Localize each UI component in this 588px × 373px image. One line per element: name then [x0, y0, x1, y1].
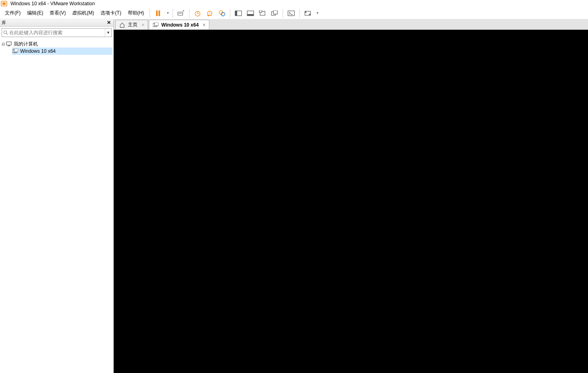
svg-point-9 [208, 11, 212, 15]
chevron-down-icon: ▼ [316, 11, 319, 15]
snapshot-controls [192, 8, 227, 19]
menu-file[interactable]: 文件(F) [2, 8, 24, 18]
svg-point-26 [4, 31, 7, 34]
library-sidebar: 库 ✕ ▼ ⊟ 我的计算机 [0, 19, 114, 373]
chevron-down-icon: ▼ [166, 11, 169, 15]
library-search[interactable]: ▼ [2, 28, 112, 37]
tree-collapse-toggle[interactable]: ⊟ [1, 42, 6, 46]
svg-rect-34 [154, 23, 158, 26]
clock-icon [194, 10, 201, 17]
svg-rect-2 [156, 10, 158, 16]
svg-rect-4 [178, 12, 183, 15]
tab-vm-close[interactable]: × [203, 22, 206, 28]
snapshot-take-button[interactable] [192, 8, 203, 19]
search-icon [2, 30, 9, 35]
computer-icon [6, 41, 12, 47]
svg-rect-32 [14, 49, 18, 52]
app-icon [1, 0, 7, 7]
svg-rect-20 [259, 10, 262, 12]
toolbar-separator [189, 9, 190, 18]
vm-icon [12, 48, 19, 54]
tree-children: Windows 10 x64 [12, 48, 113, 55]
show-thumbnail-bar-button[interactable] [245, 8, 256, 19]
toolbar-separator [283, 9, 283, 18]
tree-item-label: Windows 10 x64 [20, 48, 56, 54]
tree-item-windows10x64[interactable]: Windows 10 x64 [12, 48, 113, 55]
fullscreen-multi-button[interactable] [269, 8, 280, 19]
svg-point-14 [221, 12, 225, 16]
tab-vm-windows10x64[interactable]: Windows 10 x64 × [149, 20, 209, 29]
single-window-icon [259, 10, 266, 16]
tab-vm-label: Windows 10 x64 [161, 22, 199, 28]
svg-line-27 [6, 33, 8, 35]
layout-controls [233, 8, 280, 19]
power-dropdown[interactable]: ▼ [165, 8, 170, 19]
tab-home[interactable]: 主页 × [115, 20, 148, 29]
svg-rect-18 [247, 14, 254, 16]
tab-home-label: 主页 [128, 21, 138, 28]
svg-rect-23 [288, 11, 294, 16]
tab-strip: 主页 × Windows 10 x64 × [114, 19, 588, 30]
chevron-down-icon: ▼ [106, 31, 110, 35]
svg-point-13 [219, 10, 223, 14]
window-title: Windows 10 x64 - VMware Workstation [10, 1, 95, 6]
menu-edit[interactable]: 编辑(E) [24, 8, 46, 18]
svg-rect-16 [235, 11, 237, 16]
home-icon [119, 22, 125, 28]
svg-rect-25 [305, 11, 311, 15]
svg-rect-28 [6, 42, 11, 45]
search-input[interactable] [9, 29, 105, 36]
tree-root-my-computer[interactable]: ⊟ 我的计算机 [1, 40, 113, 48]
svg-rect-19 [260, 11, 265, 15]
menu-help[interactable]: 帮助(H) [125, 8, 148, 18]
multi-window-icon [271, 10, 278, 16]
menu-view[interactable]: 查看(V) [46, 8, 69, 18]
menu-tabs[interactable]: 选项卡(T) [97, 8, 124, 18]
power-controls: ▼ [152, 8, 170, 19]
clock-revert-icon [206, 10, 213, 17]
bottombar-layout-icon [247, 10, 254, 16]
toolbar-separator [230, 9, 230, 18]
expand-icon [304, 10, 311, 16]
content-area: 主页 × Windows 10 x64 × [114, 19, 588, 373]
toolbar-separator [173, 9, 173, 18]
snapshot-revert-button[interactable] [204, 8, 215, 19]
svg-rect-3 [158, 10, 160, 16]
toolbar-separator [299, 9, 300, 18]
svg-rect-21 [271, 12, 275, 15]
menu-vm[interactable]: 虚拟机(M) [69, 8, 97, 18]
menu-bar: 文件(F) 编辑(E) 查看(V) 虚拟机(M) 选项卡(T) 帮助(H) ▼ [0, 7, 588, 19]
svg-rect-15 [235, 11, 242, 16]
main-area: 库 ✕ ▼ ⊟ 我的计算机 [0, 19, 588, 373]
fullscreen-group: ▼ [302, 8, 320, 19]
pause-icon [155, 10, 161, 17]
console-view-button[interactable] [286, 8, 297, 19]
vm-tab-icon [152, 22, 159, 28]
title-bar: Windows 10 x64 - VMware Workstation [0, 0, 588, 7]
close-icon: × [203, 22, 206, 28]
console-icon [288, 10, 295, 16]
library-close-button[interactable]: ✕ [106, 20, 112, 25]
svg-rect-1 [2, 2, 6, 5]
tree-root-label: 我的计算机 [14, 41, 38, 48]
fullscreen-single-button[interactable] [257, 8, 268, 19]
snapshot-manager-button[interactable] [216, 8, 227, 19]
svg-point-6 [195, 11, 200, 16]
snapshot-manager-icon [218, 10, 225, 17]
send-cad-button[interactable] [175, 8, 187, 19]
vm-display-area[interactable] [114, 30, 588, 373]
pause-button[interactable] [152, 8, 164, 19]
enter-fullscreen-button[interactable] [302, 8, 313, 19]
close-icon: ✕ [107, 20, 111, 25]
tab-home-close[interactable]: × [142, 22, 144, 28]
svg-rect-17 [247, 11, 254, 16]
svg-rect-22 [273, 10, 277, 14]
sidebar-layout-icon [235, 10, 242, 16]
search-dropdown[interactable]: ▼ [105, 29, 111, 37]
keyboard-send-icon [177, 10, 185, 17]
toolbar-separator [150, 9, 150, 18]
close-icon: × [142, 22, 144, 28]
fullscreen-dropdown[interactable]: ▼ [314, 8, 320, 19]
library-header: 库 ✕ [0, 19, 113, 27]
show-library-button[interactable] [233, 8, 244, 19]
